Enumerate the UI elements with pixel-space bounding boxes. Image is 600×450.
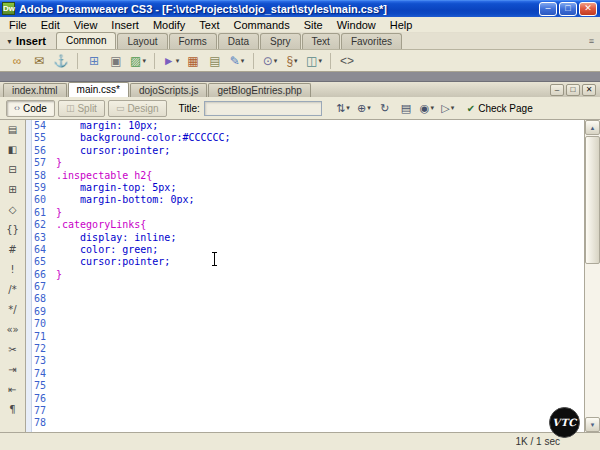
- view-options-button[interactable]: ▤: [397, 99, 415, 117]
- check-page-button[interactable]: ✔ Check Page: [461, 101, 539, 116]
- file-management-dropdown-icon[interactable]: ▾: [346, 104, 350, 112]
- recent-snippets-icon[interactable]: ✂: [8, 343, 16, 356]
- document-window-controls: –□✕: [550, 84, 596, 96]
- insert-tab-favorites[interactable]: Favorites: [341, 33, 402, 49]
- tag-chooser-button[interactable]: <>: [338, 52, 356, 70]
- line-numbers-icon[interactable]: #: [8, 243, 16, 256]
- insert-tab-common[interactable]: Common: [56, 32, 117, 49]
- menu-window[interactable]: Window: [330, 18, 383, 32]
- menu-insert[interactable]: Insert: [104, 18, 146, 32]
- menu-edit[interactable]: Edit: [34, 18, 67, 32]
- line-number: 59: [32, 182, 52, 194]
- script-button[interactable]: §▾: [283, 52, 301, 70]
- comment-dropdown-icon[interactable]: ▾: [241, 57, 245, 65]
- doc-tab-index-html[interactable]: index.html: [3, 83, 67, 97]
- balance-braces-icon[interactable]: {}: [6, 223, 19, 236]
- code-segment: margin-bottom: 0px;: [56, 194, 194, 205]
- line-text: [52, 331, 56, 343]
- doc-restore-button[interactable]: □: [566, 84, 580, 96]
- code-view-button[interactable]: ‹›Code: [6, 100, 55, 117]
- apply-comment-icon[interactable]: /*: [8, 283, 16, 296]
- doc-minimize-button[interactable]: –: [550, 84, 564, 96]
- vtc-watermark: VTC: [549, 407, 580, 438]
- tag-chooser-icon: <>: [340, 52, 354, 70]
- file-management-button[interactable]: ⇅▾: [334, 99, 352, 117]
- preview-in-browser-button[interactable]: ⊕▾: [355, 99, 373, 117]
- line-text: [52, 368, 56, 380]
- table-button[interactable]: ⊞: [85, 52, 103, 70]
- code-segment: .categoryLinks{: [56, 219, 146, 230]
- doc-close-button[interactable]: ✕: [582, 84, 596, 96]
- expand-all-icon[interactable]: ⊞: [8, 183, 16, 196]
- server-side-include-button[interactable]: ▤: [206, 52, 224, 70]
- code-segment: margin: 10px;: [56, 120, 158, 131]
- outdent-code-icon[interactable]: ⇤: [8, 383, 16, 396]
- menu-modify[interactable]: Modify: [146, 18, 192, 32]
- vertical-scrollbar[interactable]: ▲ ▼: [584, 120, 600, 432]
- head-dropdown-icon[interactable]: ▾: [274, 57, 278, 65]
- indent-code-icon[interactable]: ⇥: [8, 363, 16, 376]
- collapse-selection-icon[interactable]: ⊟: [8, 163, 16, 176]
- document-tab-bar: index.htmlmain.css*dojoScripts.jsgetBlog…: [0, 82, 600, 97]
- scrollbar-track[interactable]: [585, 135, 600, 417]
- panel-collapse-icon[interactable]: ▼: [6, 38, 13, 45]
- title-input[interactable]: [204, 101, 322, 116]
- code-editor[interactable]: 54 margin: 10px;55 background-color:#CCC…: [32, 120, 584, 432]
- hyperlink-button[interactable]: ∞: [8, 52, 26, 70]
- line-number: 72: [32, 343, 52, 355]
- doc-tab-main-css[interactable]: main.css*: [68, 82, 129, 97]
- menu-site[interactable]: Site: [297, 18, 330, 32]
- menu-view[interactable]: View: [67, 18, 105, 32]
- format-source-code-icon[interactable]: ¶: [9, 403, 15, 416]
- validate-markup-button[interactable]: ▷▾: [439, 99, 457, 117]
- menu-help[interactable]: Help: [383, 18, 420, 32]
- scroll-down-button[interactable]: ▼: [585, 417, 600, 432]
- date-button[interactable]: ▦: [184, 52, 202, 70]
- images-dropdown-icon[interactable]: ▾: [142, 57, 146, 65]
- preview-in-browser-dropdown-icon[interactable]: ▾: [367, 104, 371, 112]
- insert-tab-text[interactable]: Text: [302, 33, 340, 49]
- media-dropdown-icon[interactable]: ▾: [176, 57, 180, 65]
- insert-tab-data[interactable]: Data: [218, 33, 259, 49]
- insert-bar-menu-icon[interactable]: ≡: [589, 36, 594, 46]
- visual-aids-dropdown-icon[interactable]: ▾: [430, 104, 434, 112]
- maximize-button[interactable]: □: [559, 2, 577, 16]
- select-parent-tag-icon[interactable]: ◇: [9, 203, 17, 216]
- refresh-button[interactable]: ↻: [376, 99, 394, 117]
- code-view: ▤◧⊟⊞◇{}#!/**/«»✂⇥⇤¶ 54 margin: 10px;55 b…: [0, 120, 600, 432]
- named-anchor-button[interactable]: ⚓: [52, 52, 70, 70]
- design-view-button[interactable]: ▭Design: [108, 100, 167, 117]
- insert-div-button[interactable]: ▣: [107, 52, 125, 70]
- close-button[interactable]: ✕: [579, 2, 597, 16]
- scrollbar-thumb[interactable]: [585, 136, 600, 264]
- doc-tab-dojoscripts-js[interactable]: dojoScripts.js: [130, 83, 207, 97]
- doc-tab-getblogentries-php[interactable]: getBlogEntries.php: [208, 83, 311, 97]
- visual-aids-button[interactable]: ◉▾: [418, 99, 436, 117]
- menu-commands[interactable]: Commands: [226, 18, 296, 32]
- comment-button[interactable]: ✎▾: [228, 52, 246, 70]
- minimize-button[interactable]: –: [539, 2, 557, 16]
- highlight-invalid-code-icon[interactable]: !: [10, 263, 14, 276]
- insert-tab-layout[interactable]: Layout: [117, 33, 167, 49]
- wrap-tag-icon[interactable]: «»: [6, 323, 18, 336]
- title-bar[interactable]: Dw Adobe Dreamweaver CS3 - [F:\vtcProjec…: [0, 0, 600, 17]
- validate-markup-dropdown-icon[interactable]: ▾: [451, 104, 455, 112]
- images-button[interactable]: ▨▾: [129, 52, 147, 70]
- insert-tab-forms[interactable]: Forms: [169, 33, 217, 49]
- templates-dropdown-icon[interactable]: ▾: [318, 57, 322, 65]
- line-number: 71: [32, 331, 52, 343]
- collapse-full-tag-icon[interactable]: ◧: [8, 143, 17, 156]
- insert-tab-spry[interactable]: Spry: [260, 33, 301, 49]
- remove-comment-icon[interactable]: */: [8, 303, 16, 316]
- script-dropdown-icon[interactable]: ▾: [294, 57, 298, 65]
- media-button[interactable]: ►▾: [162, 52, 180, 70]
- email-link-button[interactable]: ✉: [30, 52, 48, 70]
- menu-file[interactable]: File: [2, 18, 34, 32]
- head-button[interactable]: ⊙▾: [261, 52, 279, 70]
- menu-text[interactable]: Text: [192, 18, 226, 32]
- scroll-up-button[interactable]: ▲: [585, 120, 600, 135]
- line-text: [52, 405, 56, 417]
- templates-button[interactable]: ◫▾: [305, 52, 323, 70]
- split-view-button[interactable]: ◫Split: [58, 100, 105, 117]
- open-documents-icon[interactable]: ▤: [8, 123, 17, 136]
